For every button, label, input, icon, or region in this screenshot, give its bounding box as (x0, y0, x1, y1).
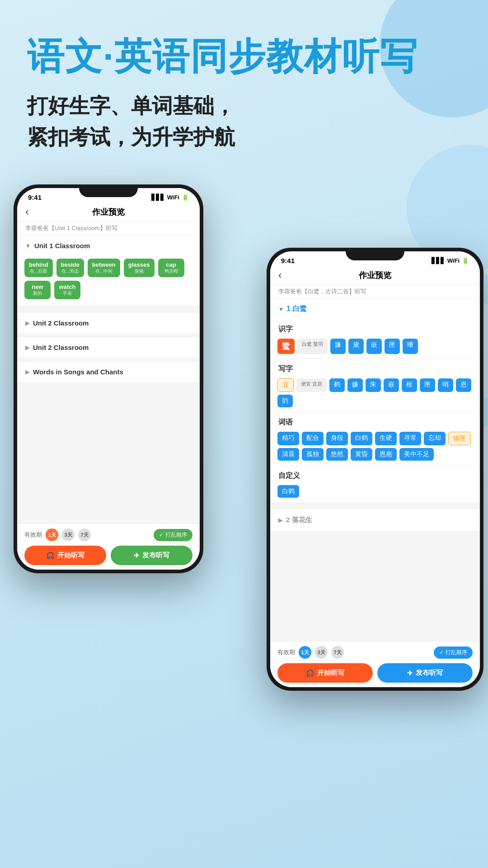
lesson-label-2: 2 落花生 (286, 516, 312, 524)
char-tag-yi-big[interactable]: 宜 (277, 378, 294, 392)
publish-label-left: 发布听写 (142, 551, 169, 560)
arrow-right-icon-2b: ▶ (25, 344, 29, 351)
phone-left-notch (79, 184, 138, 197)
vocab-gudu[interactable]: 孤独 (302, 448, 324, 461)
publish-icon-left: ✈ (134, 552, 140, 560)
vocab-meizhongbuzu[interactable]: 美中不足 (399, 448, 434, 461)
unit-section-2b: ▶ Unit 2 Classroom (17, 337, 200, 358)
word-tag-cap[interactable]: cap 鸭舌帽 (158, 259, 184, 277)
sub-title: 打好生字、单词基础， 紧扣考试，为升学护航 (27, 90, 461, 153)
validity-badge-1day-left[interactable]: 1天 (46, 528, 58, 541)
char-tag-xia2[interactable]: 匣 (420, 378, 435, 392)
battery-icon-right: 🔋 (462, 257, 469, 264)
wifi-icon-right: WiFi (447, 257, 460, 264)
char-tag-kuang[interactable]: 框 (402, 378, 417, 392)
char-tag-xia[interactable]: 匣 (385, 339, 400, 354)
char-tag-shao[interactable]: 哨 (438, 378, 453, 392)
lesson-label-1: 1 白鹭 (286, 304, 307, 314)
vocab-peihe[interactable]: 配合 (302, 432, 324, 445)
word-tag-between[interactable]: between 在...中间 (88, 259, 120, 277)
char-tags-write: 宜 便宜 宜居 鹤 嫌 朱 嵌 框 匣 哨 恩 韵 (270, 377, 480, 412)
battery-icon: 🔋 (182, 194, 189, 201)
char-tags-recognize: 鹭 白鹭 鸶羽 嫌 黛 嵌 匣 嗜 (270, 337, 480, 359)
validity-badge-7day-left[interactable]: 7天 (78, 528, 91, 541)
char-tag-en[interactable]: 恩 (456, 378, 471, 392)
char-tag-lu-big[interactable]: 鹭 (277, 339, 295, 354)
vocab-qingchen[interactable]: 清晨 (277, 448, 299, 461)
publish-button-right[interactable]: ✈ 发布听写 (377, 663, 473, 683)
lesson-section-1: ▼ 1 白鹭 识字 鹭 白鹭 鸶羽 嫌 黛 嵌 匣 嗜 (270, 299, 480, 502)
validity-badge-3day-right[interactable]: 3天 (315, 646, 328, 659)
arrow-down-icon-1: ▼ (25, 243, 31, 249)
validity-row-left: 有效期 1天 3天 7天 ✓ 打乱顺序 (24, 528, 192, 541)
char-tag-yun[interactable]: 韵 (277, 395, 293, 407)
unit-header-2a[interactable]: ▶ Unit 2 Classroom (17, 313, 200, 333)
back-button-left[interactable]: ‹ (25, 206, 28, 218)
vocab-shenying[interactable]: 生硬 (375, 432, 397, 445)
wifi-icon: WiFi (167, 194, 179, 201)
char-tag-qian2[interactable]: 嵌 (384, 378, 399, 392)
vocab-enhui[interactable]: 恩惠 (375, 448, 397, 461)
start-icon-right: 🎧 (306, 669, 314, 677)
word-tag-glasses[interactable]: glasses 眼镜 (124, 259, 155, 277)
bottom-controls-right: 有效期 1天 3天 7天 ✓ 打乱顺序 🎧 开始听写 (270, 641, 480, 687)
validity-badge-1day-right[interactable]: 1天 (299, 646, 311, 659)
shuffle-icon-left: ✓ (159, 532, 164, 538)
shuffle-button-left[interactable]: ✓ 打乱顺序 (154, 529, 192, 541)
vocab-xunchang[interactable]: 寻常 (399, 432, 421, 445)
word-sub-new: 新的 (29, 290, 46, 297)
status-icons-right: ▋▋▋ WiFi 🔋 (432, 257, 469, 264)
unit-header-2b[interactable]: ▶ Unit 2 Classroom (17, 337, 200, 358)
custom-baihe[interactable]: 白鹤 (277, 485, 299, 498)
status-time-left: 9:41 (28, 193, 42, 201)
char-tag-dai[interactable]: 黛 (348, 339, 364, 354)
arrow-right-icon-lesson2: ▶ (278, 517, 282, 524)
shuffle-button-right[interactable]: ✓ 打乱顺序 (434, 646, 473, 659)
nav-bar-right: ‹ 作业预览 (270, 266, 480, 285)
phone-left: 9:41 ▋▋▋ WiFi 🔋 ‹ 作业预览 李蓉爸爸【Unit 1 Class… (14, 184, 203, 573)
vocab-shenduan[interactable]: 身段 (326, 432, 348, 445)
nav-title-left: 作业预览 (92, 207, 125, 217)
lesson-header-2[interactable]: ▶ 2 落花生 (270, 509, 480, 531)
start-button-right[interactable]: 🎧 开始听写 (277, 663, 373, 683)
unit-header-songs[interactable]: ▶ Words in Songs and Chants (17, 362, 200, 382)
char-tags-vocab: 精巧 配合 身段 白鹤 生硬 寻常 忘却 镶匣 清晨 孤独 悠然 黄昏 (270, 430, 480, 465)
nav-bar-left: ‹ 作业预览 (17, 203, 200, 222)
char-tag-xian2[interactable]: 嫌 (347, 378, 363, 392)
signal-icon: ▋▋▋ (151, 194, 165, 201)
word-tag-beside[interactable]: beside 在...旁边 (56, 259, 84, 277)
word-tag-new[interactable]: new 新的 (24, 281, 51, 299)
lesson-header-1[interactable]: ▼ 1 白鹭 (270, 299, 480, 319)
unit-header-1[interactable]: ▼ Unit 1 Classroom (17, 236, 200, 256)
word-tag-behind[interactable]: behind 在...后面 (24, 259, 53, 277)
char-tag-yi-label: 便宜 宜居 (296, 378, 327, 392)
char-tag-zhu[interactable]: 朱 (366, 378, 381, 392)
subtitle-left: 李蓉爸爸【Unit 1 Classroom】听写 (17, 222, 200, 236)
unit-label-songs: Words in Songs and Chants (33, 368, 123, 376)
validity-badge-3day-left[interactable]: 3天 (62, 528, 75, 541)
back-button-right[interactable]: ‹ (278, 269, 282, 281)
publish-button-left[interactable]: ✈ 发布听写 (111, 546, 192, 565)
vocab-wangque[interactable]: 忘却 (424, 432, 446, 445)
vocab-youran[interactable]: 悠然 (326, 448, 348, 461)
validity-badge-7day-right[interactable]: 7天 (331, 646, 344, 659)
vocab-xiangjia[interactable]: 镶匣 (448, 432, 471, 445)
word-sub-watch: 手表 (59, 290, 76, 297)
char-tag-shi[interactable]: 嗜 (403, 339, 418, 354)
shuffle-check-icon-right: ✓ (439, 649, 444, 656)
publish-icon-right: ✈ (407, 669, 413, 677)
char-tag-he[interactable]: 鹤 (329, 378, 345, 392)
status-icons-left: ▋▋▋ WiFi 🔋 (151, 194, 189, 201)
char-tag-lu-label: 白鹭 鸶羽 (297, 339, 328, 354)
vocab-baihe[interactable]: 白鹤 (351, 432, 372, 445)
char-tag-xian[interactable]: 嫌 (330, 339, 346, 354)
content-right: ▼ 1 白鹭 识字 鹭 白鹭 鸶羽 嫌 黛 嵌 匣 嗜 (270, 299, 480, 641)
word-tag-watch[interactable]: watch 手表 (54, 281, 80, 299)
vocab-huanghun[interactable]: 黄昏 (351, 448, 372, 461)
validity-row-right: 有效期 1天 3天 7天 ✓ 打乱顺序 (277, 646, 473, 659)
vocab-jingqiao[interactable]: 精巧 (277, 432, 299, 445)
start-button-left[interactable]: 🎧 开始听写 (24, 546, 106, 565)
validity-label-left: 有效期 (24, 531, 42, 539)
word-sub-beside: 在...旁边 (61, 268, 80, 274)
char-tag-qian[interactable]: 嵌 (366, 339, 382, 354)
